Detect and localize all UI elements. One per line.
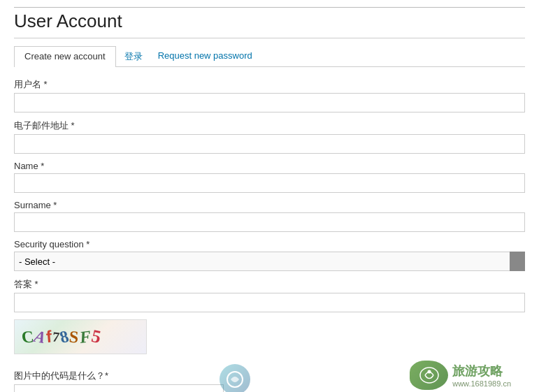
answer-input[interactable] xyxy=(14,293,525,312)
security-question-select[interactable]: - Select - What is your mother's maiden … xyxy=(14,252,525,271)
travel-text-block: 旅游攻略 www.1681989.cn xyxy=(452,363,511,388)
watermark-area: 图片中的代码是什么？* daoduoduo.com xyxy=(14,361,525,392)
registration-form: 用户名 * 电子邮件地址 * Name * Surname * Security… xyxy=(14,78,525,392)
svg-point-1 xyxy=(420,368,438,383)
captcha-chars: C A f 7 8 S F 5 xyxy=(22,326,101,347)
username-label: 用户名 * xyxy=(14,78,525,91)
captcha-container: C A f 7 8 S F 5 xyxy=(14,319,525,356)
captcha-label-area: 图片中的代码是什么？* xyxy=(14,367,224,393)
captcha-label: 图片中的代码是什么？* xyxy=(14,370,224,382)
name-input[interactable] xyxy=(14,173,525,193)
email-group: 电子邮件地址 * xyxy=(14,119,525,154)
tab-request-password[interactable]: Request new password xyxy=(151,46,259,67)
answer-group: 答案 * xyxy=(14,278,525,312)
travel-logo-icon xyxy=(418,365,440,385)
name-group: Name * xyxy=(14,161,525,193)
answer-label: 答案 * xyxy=(14,278,525,291)
daoduoduo-logo: daoduoduo.com xyxy=(210,364,260,392)
daoduoduo-logo-circle xyxy=(220,364,250,392)
travel-logo-row: 旅游攻略 www.1681989.cn xyxy=(410,361,511,390)
travel-info: 旅游攻略 www.1681989.cn xyxy=(410,361,511,390)
email-input[interactable] xyxy=(14,134,525,154)
captcha-image: C A f 7 8 S F 5 xyxy=(14,319,147,354)
surname-label: Surname * xyxy=(14,200,525,210)
name-label: Name * xyxy=(14,161,525,171)
captcha-input[interactable] xyxy=(14,384,224,393)
svg-point-2 xyxy=(427,370,431,374)
travel-url: www.1681989.cn xyxy=(452,379,511,388)
daoduoduo-watermark: daoduoduo.com xyxy=(210,364,260,392)
page-title: User Account xyxy=(14,10,525,38)
captcha-char-6: S xyxy=(69,327,80,347)
security-question-label: Security question * xyxy=(14,239,525,249)
security-question-select-wrapper: - Select - What is your mother's maiden … xyxy=(14,252,525,271)
security-question-group: Security question * - Select - What is y… xyxy=(14,239,525,271)
tabs-container: Create new account 登录 Request new passwo… xyxy=(14,45,525,67)
travel-title: 旅游攻略 xyxy=(452,363,511,379)
daoduoduo-logo-icon xyxy=(225,370,245,389)
surname-input[interactable] xyxy=(14,212,525,232)
top-divider xyxy=(14,7,525,8)
travel-logo-shape xyxy=(410,361,448,390)
email-label: 电子邮件地址 * xyxy=(14,119,525,132)
tab-create-account[interactable]: Create new account xyxy=(14,46,116,67)
page-container: User Account Create new account 登录 Reque… xyxy=(0,0,539,392)
username-input[interactable] xyxy=(14,93,525,112)
username-group: 用户名 * xyxy=(14,78,525,112)
surname-group: Surname * xyxy=(14,200,525,232)
tab-login[interactable]: 登录 xyxy=(117,46,150,67)
travel-watermark: 旅游攻略 www.1681989.cn xyxy=(410,361,511,390)
